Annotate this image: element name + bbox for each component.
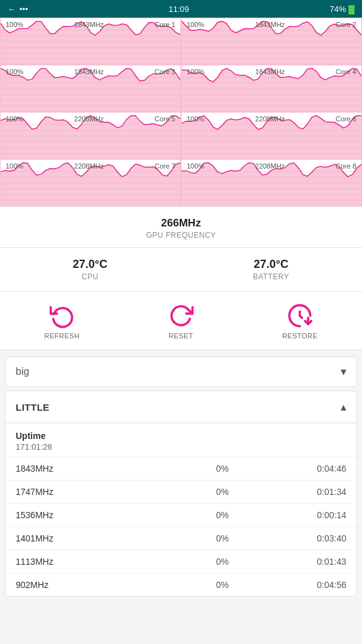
action-section: REFRESH RESET RESTORE bbox=[0, 292, 362, 350]
freq-row: 1747MHz0%0:01:34 bbox=[6, 480, 356, 503]
freq-time: 0:04:46 bbox=[264, 464, 347, 474]
uptime-label: Uptime bbox=[16, 431, 346, 441]
refresh-button[interactable]: REFRESH bbox=[45, 303, 80, 340]
refresh-label: REFRESH bbox=[45, 332, 80, 340]
freq-name: 1113MHz bbox=[16, 557, 181, 567]
cpu-core-5-usage: 100% bbox=[6, 115, 23, 123]
dropdown-value: big bbox=[16, 366, 29, 377]
cpu-core-6-usage: 100% bbox=[187, 115, 204, 123]
reset-button[interactable]: RESET bbox=[168, 303, 194, 340]
cpu-core-7-freq: 2208MHz bbox=[74, 162, 104, 170]
restore-label: RESTORE bbox=[282, 332, 317, 340]
cpu-core-8-name: Core 8 bbox=[336, 162, 356, 170]
freq-time: 0:03:40 bbox=[264, 533, 347, 543]
cpu-core-4-info: 100%1843MHzCore 4 bbox=[182, 68, 361, 75]
cpu-core-4-usage: 100% bbox=[187, 68, 204, 75]
cpu-temp-value: 27.0°C bbox=[73, 258, 107, 271]
freq-time: 0:00:14 bbox=[264, 510, 347, 520]
status-right: 74% ▓ bbox=[329, 4, 354, 14]
freq-row: 1536MHz0%0:00:14 bbox=[6, 503, 356, 526]
cpu-core-5-name: Core 5 bbox=[155, 115, 175, 123]
little-title: LITTLE bbox=[16, 402, 50, 413]
cpu-core-2-usage: 100% bbox=[187, 21, 204, 28]
cpu-core-8: 100%2208MHzCore 8 bbox=[181, 159, 362, 206]
uptime-value: 171:01:28 bbox=[16, 442, 346, 452]
back-icon: ← bbox=[8, 4, 16, 14]
cpu-core-6-name: Core 6 bbox=[336, 115, 356, 123]
freq-name: 1747MHz bbox=[16, 487, 181, 497]
cpu-core-2-name: Core 2 bbox=[336, 21, 356, 28]
status-time: 11:09 bbox=[168, 4, 189, 14]
cpu-core-2-info: 100%1843MHzCore 2 bbox=[182, 21, 361, 28]
gpu-frequency: 266MHz bbox=[0, 217, 362, 230]
cpu-core-5-freq: 2208MHz bbox=[74, 115, 104, 123]
freq-pct: 0% bbox=[181, 464, 264, 474]
cpu-core-1-usage: 100% bbox=[6, 21, 23, 28]
cpu-core-5-info: 100%2208MHzCore 5 bbox=[1, 115, 180, 123]
freq-row: 902MHz0%0:04:56 bbox=[6, 573, 356, 596]
freq-table: 1843MHz0%0:04:461747MHz0%0:01:341536MHz0… bbox=[6, 457, 356, 596]
cpu-temp-label: CPU bbox=[73, 272, 107, 281]
cpu-core-1-name: Core 1 bbox=[155, 21, 175, 28]
menu-dots: ••• bbox=[19, 4, 28, 14]
little-section: LITTLE ▴ Uptime 171:01:28 1843MHz0%0:04:… bbox=[5, 391, 357, 597]
gpu-section: 266MHz GPU FREQUENCY bbox=[0, 207, 362, 248]
cpu-core-7-usage: 100% bbox=[6, 162, 23, 170]
status-left: ← ••• bbox=[8, 4, 28, 14]
freq-time: 0:01:43 bbox=[264, 557, 347, 567]
cpu-core-6: 100%2208MHzCore 6 bbox=[181, 112, 362, 159]
freq-pct: 0% bbox=[181, 487, 264, 497]
cpu-core-8-usage: 100% bbox=[187, 162, 204, 170]
freq-name: 902MHz bbox=[16, 580, 181, 590]
cpu-core-3: 100%1843MHzCore 3 bbox=[0, 65, 181, 112]
cpu-core-4-freq: 1843MHz bbox=[255, 68, 285, 75]
little-header[interactable]: LITTLE ▴ bbox=[6, 391, 356, 423]
uptime-section: Uptime 171:01:28 bbox=[6, 423, 356, 457]
chevron-down-icon: ▾ bbox=[341, 365, 346, 379]
reset-label: RESET bbox=[168, 332, 193, 340]
freq-pct: 0% bbox=[181, 580, 264, 590]
cpu-grid: 100%1843MHzCore 1100%1843MHzCore 2100%18… bbox=[0, 18, 362, 207]
battery-pct: 74% bbox=[329, 4, 346, 14]
cpu-core-3-freq: 1843MHz bbox=[74, 68, 104, 75]
freq-name: 1536MHz bbox=[16, 510, 181, 520]
gpu-label: GPU FREQUENCY bbox=[0, 231, 362, 240]
freq-pct: 0% bbox=[181, 533, 264, 543]
cpu-core-8-info: 100%2208MHzCore 8 bbox=[182, 162, 361, 170]
temp-section: 27.0°C CPU 27.0°C BATTERY bbox=[0, 248, 362, 292]
cpu-core-1-info: 100%1843MHzCore 1 bbox=[1, 21, 180, 28]
cpu-core-3-name: Core 3 bbox=[155, 68, 175, 75]
cpu-core-8-freq: 2208MHz bbox=[255, 162, 285, 170]
freq-time: 0:04:56 bbox=[264, 580, 347, 590]
cpu-core-2: 100%1843MHzCore 2 bbox=[181, 18, 362, 65]
cpu-core-1-freq: 1843MHz bbox=[74, 21, 104, 28]
cpu-core-4: 100%1843MHzCore 4 bbox=[181, 65, 362, 112]
battery-icon: ▓ bbox=[349, 4, 354, 14]
cpu-core-1: 100%1843MHzCore 1 bbox=[0, 18, 181, 65]
cpu-core-7-info: 100%2208MHzCore 7 bbox=[1, 162, 180, 170]
cpu-core-7-name: Core 7 bbox=[155, 162, 175, 170]
battery-temp: 27.0°C BATTERY bbox=[253, 258, 290, 281]
cpu-core-6-info: 100%2208MHzCore 6 bbox=[182, 115, 361, 123]
freq-row: 1401MHz0%0:03:40 bbox=[6, 526, 356, 550]
battery-temp-value: 27.0°C bbox=[253, 258, 290, 271]
cpu-core-3-usage: 100% bbox=[6, 68, 23, 75]
freq-pct: 0% bbox=[181, 557, 264, 567]
battery-temp-label: BATTERY bbox=[253, 272, 290, 281]
freq-name: 1401MHz bbox=[16, 533, 181, 543]
cpu-core-7: 100%2208MHzCore 7 bbox=[0, 159, 181, 206]
freq-pct: 0% bbox=[181, 510, 264, 520]
big-little-dropdown[interactable]: big ▾ bbox=[5, 357, 357, 387]
chevron-up-icon: ▴ bbox=[341, 400, 346, 414]
restore-button[interactable]: RESTORE bbox=[282, 303, 317, 340]
cpu-core-4-name: Core 4 bbox=[336, 68, 356, 75]
cpu-core-5: 100%2208MHzCore 5 bbox=[0, 112, 181, 159]
cpu-core-2-freq: 1843MHz bbox=[255, 21, 285, 28]
freq-name: 1843MHz bbox=[16, 464, 181, 474]
cpu-core-3-info: 100%1843MHzCore 3 bbox=[1, 68, 180, 75]
freq-row: 1113MHz0%0:01:43 bbox=[6, 550, 356, 573]
freq-row: 1843MHz0%0:04:46 bbox=[6, 457, 356, 480]
status-bar: ← ••• 11:09 74% ▓ bbox=[0, 0, 362, 18]
cpu-core-6-freq: 2208MHz bbox=[255, 115, 285, 123]
freq-time: 0:01:34 bbox=[264, 487, 347, 497]
